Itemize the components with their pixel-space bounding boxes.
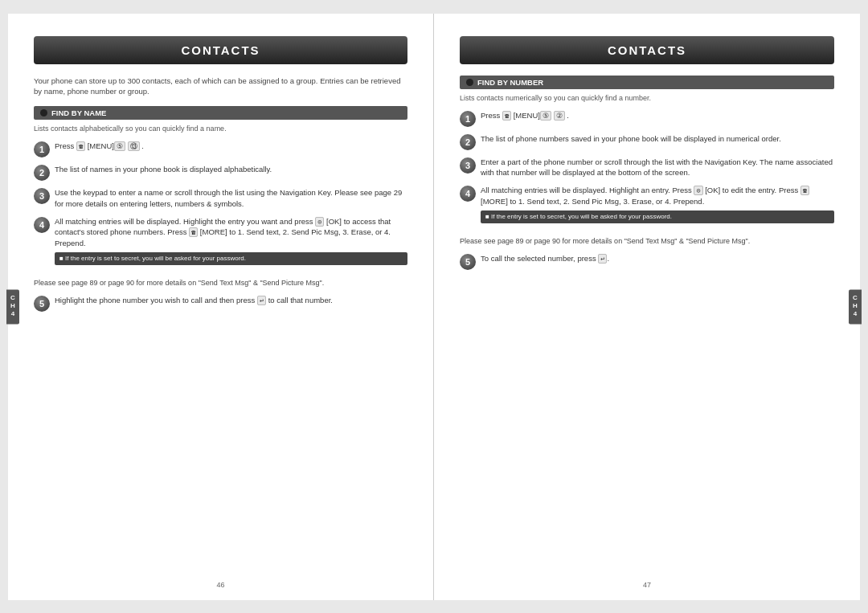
page-note-left: Please see page 89 or page 90 for more d… [34,278,407,288]
chapter-tab-left: CH4 [6,289,19,324]
menu-code: ☎ [76,141,85,151]
step-5-left: 5 Highlight the phone number you wish to… [34,295,407,312]
step-number-1-right: 1 [460,111,476,127]
step-content-1-left: Press ☎ [MENU]⑤ ⑬ . [55,141,144,152]
more-key-r: ☎ [800,186,809,195]
right-section-header: FIND BY NUMBER [460,76,834,89]
left-section-subtext: Lists contacts alphabetically so you can… [34,125,407,133]
right-section-subtext: Lists contacts numerically so you can qu… [460,94,834,102]
step-content-5-left: Highlight the phone number you wish to c… [55,295,333,306]
step-content-3-left: Use the keypad to enter a name or scroll… [55,187,407,210]
left-intro-text: Your phone can store up to 300 contacts,… [34,76,407,97]
step-number-4-right: 4 [460,186,476,202]
page-right: CONTACTS FIND BY NUMBER Lists contacts n… [434,14,860,600]
step-2-right: 2 The list of phone numbers saved in you… [460,133,834,150]
step-1-left: 1 Press ☎ [MENU]⑤ ⑬ . [34,141,407,157]
step-4-right: 4 All matching entries will be displayed… [460,185,834,223]
step-content-4-left: All matching entries will be displayed. … [55,216,407,266]
more-key: ☎ [189,227,198,237]
step-2-left: 2 The list of names in your phone book i… [34,164,407,181]
right-steps: 1 Press ☎ [MENU]⑤ ② . 2 The list of phon… [460,110,834,270]
step-number-2-right: 2 [460,134,476,150]
step-3-right: 3 Enter a part of the phone number or sc… [460,157,834,179]
page-number-left: 46 [216,581,224,589]
page-number-right: 47 [643,581,651,589]
step-number-4-left: 4 [34,217,50,233]
step-number-5-left: 5 [34,296,50,312]
note-box-left: ■ If the entry is set to secret, you wil… [55,252,407,265]
step-content-2-left: The list of names in your phone book is … [55,164,272,175]
menu-seq2: ⑬ [128,141,140,151]
menu-seq2-r: ② [554,111,565,121]
step-5-right: 5 To call the selected number, press ↩. [460,253,834,270]
menu-seq-r: ⑤ [540,111,551,121]
menu-code-r: ☎ [502,111,511,121]
right-page-title: CONTACTS [460,36,834,64]
bullet-icon-right [466,79,473,86]
page-left: CONTACTS Your phone can store up to 300 … [8,14,434,600]
step-4-left: 4 All matching entries will be displayed… [34,216,407,266]
left-page-title: CONTACTS [34,36,407,64]
chapter-tab-right: CH4 [849,289,862,324]
note-box-right: ■ If the entry is set to secret, you wil… [481,210,834,223]
call-key-r: ↩ [598,254,607,264]
step-3-left: 3 Use the keypad to enter a name or scro… [34,187,407,210]
call-key: ↩ [257,296,266,305]
step-1-right: 1 Press ☎ [MENU]⑤ ② . [460,110,834,127]
step-number-3-left: 3 [34,188,50,204]
step-content-4-right: All matching entries will be displayed. … [481,185,834,223]
page-note-right: Please see page 89 or page 90 for more d… [460,236,834,247]
step-content-3-right: Enter a part of the phone number or scro… [481,157,834,179]
menu-seq: ⑤ [114,141,125,151]
ok-key: ⊙ [315,217,324,227]
left-steps: 1 Press ☎ [MENU]⑤ ⑬ . 2 The list of name… [34,141,407,312]
step-content-2-right: The list of phone numbers saved in your … [481,133,781,145]
bullet-icon [40,109,47,116]
step-content-1-right: Press ☎ [MENU]⑤ ② . [481,110,569,121]
ok-key-r: ⊙ [694,186,702,195]
step-number-3-right: 3 [460,157,476,174]
step-number-5-right: 5 [460,254,476,270]
left-section-header: FIND BY NAME [34,106,407,120]
step-content-5-right: To call the selected number, press ↩. [481,253,609,264]
step-number-1-left: 1 [34,141,50,157]
pages-container: CONTACTS Your phone can store up to 300 … [8,14,860,600]
step-number-2-left: 2 [34,165,50,181]
